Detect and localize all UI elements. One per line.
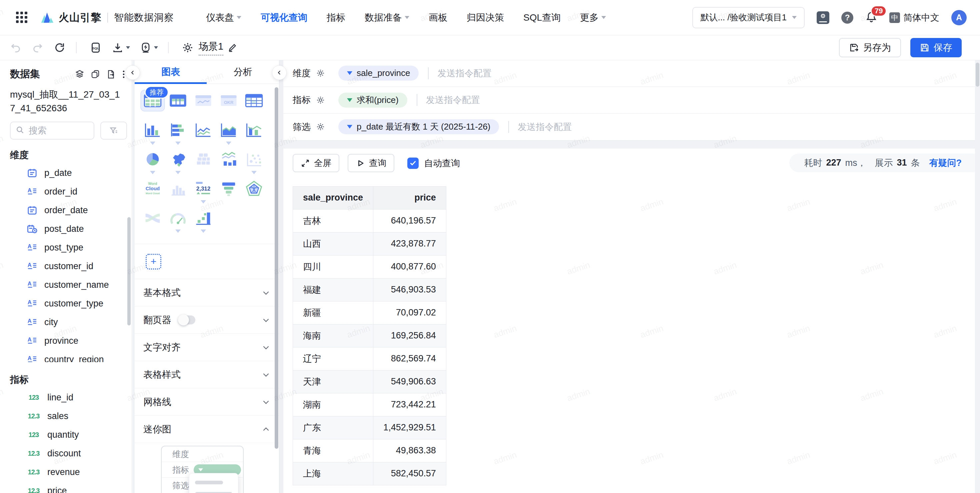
chart-type-bar[interactable] — [140, 120, 165, 150]
dataset-more-kebab-icon[interactable] — [122, 69, 126, 79]
dataset-copy-icon[interactable] — [90, 69, 100, 79]
dataset-switch-icon[interactable] — [106, 69, 116, 79]
field-search[interactable] — [10, 122, 94, 139]
nav-item-6[interactable]: 归因决策 — [467, 11, 504, 24]
chart-type-table[interactable]: 推荐 — [140, 91, 165, 120]
section-3[interactable]: 文字对齐 — [135, 334, 279, 361]
send-command-config[interactable]: 发送指令配置 — [438, 67, 492, 79]
add-chart-type-button[interactable]: + — [146, 254, 161, 269]
dimension-item-customer_type[interactable]: Acustomer_type — [0, 294, 132, 313]
avatar[interactable]: A — [951, 10, 967, 25]
quick-command-menu[interactable] — [130, 41, 158, 54]
chevron-down-icon[interactable] — [262, 398, 270, 406]
auto-query-checkbox[interactable] — [407, 158, 418, 169]
notifications-button[interactable]: 79 — [865, 11, 877, 25]
section-1[interactable]: 基本格式 — [135, 279, 279, 306]
chart-type-pivot-table[interactable] — [241, 91, 267, 120]
project-selector[interactable]: 默认... /验收测试项目1 — [692, 7, 805, 28]
save-as-button[interactable]: 另存为 — [839, 38, 901, 57]
send-command-config[interactable]: 发送指令配置 — [518, 121, 572, 133]
dimension-item-province[interactable]: Aprovince — [0, 331, 132, 350]
dimension-item-customer_name[interactable]: Acustomer_name — [0, 276, 132, 294]
dimension-item-post_type[interactable]: Apost_type — [0, 238, 132, 257]
field-filter-button[interactable] — [100, 122, 127, 139]
language-switcher[interactable]: 中 简体中文 — [889, 12, 939, 24]
gear-icon[interactable] — [316, 122, 325, 131]
gear-icon[interactable] — [316, 96, 325, 105]
section-5[interactable]: 网格线 — [135, 388, 279, 416]
undo-icon[interactable] — [10, 41, 22, 54]
fullscreen-button[interactable]: 全屏 — [293, 154, 339, 172]
apps-grid-icon[interactable] — [16, 12, 28, 24]
dimension-chip[interactable]: sale_province — [338, 66, 418, 81]
metric-item-sales[interactable]: 12.3sales — [0, 407, 132, 425]
chart-type-area[interactable] — [216, 120, 241, 150]
metric-item-quantity[interactable]: 123quantity — [0, 425, 132, 444]
chart-type-gauge[interactable] — [165, 209, 191, 238]
column-header-sale_province[interactable]: sale_province — [293, 186, 373, 209]
nav-item-2[interactable]: 可视化查询 — [261, 11, 307, 24]
redo-icon[interactable] — [31, 41, 44, 54]
dimension-item-p_date[interactable]: p_date — [0, 163, 132, 182]
chevron-up-icon[interactable] — [262, 425, 270, 434]
chart-type-bar-horizontal[interactable] — [165, 120, 191, 150]
rename-pencil-icon[interactable] — [226, 41, 239, 54]
chart-type-map-china[interactable] — [165, 150, 191, 179]
dimension-item-post_date[interactable]: post_date — [0, 220, 132, 238]
chevron-down-icon[interactable] — [262, 343, 270, 352]
metric-chip[interactable]: 求和(price) — [338, 93, 407, 108]
chart-type-histogram[interactable] — [165, 179, 191, 209]
chart-type-step[interactable] — [191, 209, 216, 238]
nav-item-8[interactable]: 更多 — [580, 11, 606, 24]
main-scrollbar[interactable] — [975, 60, 980, 493]
gear-icon[interactable] — [316, 69, 325, 78]
sidebar-scrollbar[interactable] — [127, 217, 130, 325]
chart-type-trend-card[interactable] — [191, 91, 216, 120]
tab-analysis[interactable]: 分析 — [207, 66, 279, 78]
chart-type-stacked[interactable] — [191, 150, 216, 179]
search-input[interactable] — [28, 125, 89, 136]
chart-type-big-number[interactable]: 2,312 — [191, 179, 216, 209]
chevron-down-icon[interactable] — [262, 371, 270, 379]
nav-item-5[interactable]: 画板 — [429, 11, 447, 24]
send-command-config[interactable]: 发送指令配置 — [426, 94, 480, 106]
brand[interactable]: 火山引擎 智能数据洞察 — [39, 10, 174, 26]
question-link[interactable]: 有疑问? — [929, 157, 962, 169]
chart-type-radar[interactable] — [241, 179, 267, 209]
scene-settings-gear-icon[interactable] — [181, 41, 194, 54]
chart-type-scatter[interactable] — [241, 150, 267, 179]
nav-item-4[interactable]: 数据准备 — [365, 11, 409, 24]
metric-item-line_id[interactable]: 123line_id — [0, 388, 132, 407]
dimension-item-customer_id[interactable]: Acustomer_id — [0, 257, 132, 276]
scene-name[interactable]: 场景1 — [199, 40, 223, 55]
chart-type-line-bar[interactable] — [216, 150, 241, 179]
tab-chart[interactable]: 图表 — [135, 66, 207, 78]
dimension-item-order_id[interactable]: Aorder_id — [0, 182, 132, 201]
help-icon[interactable]: ? — [842, 12, 853, 24]
dimension-item-country_region[interactable]: Acountry_region — [0, 350, 132, 362]
chart-type-okr-card[interactable]: OKR — [216, 91, 241, 120]
save-button[interactable]: 保存 — [910, 38, 962, 57]
download-menu[interactable] — [102, 41, 130, 54]
metric-item-discount[interactable]: 12.3discount — [0, 444, 132, 463]
refresh-icon[interactable] — [53, 41, 66, 54]
sql-view-icon[interactable]: SQL — [89, 41, 102, 54]
collapse-dataset-panel-button[interactable] — [125, 65, 140, 80]
chart-type-funnel[interactable] — [216, 179, 241, 209]
chart-type-line[interactable] — [191, 120, 216, 150]
chart-type-table-dark[interactable] — [165, 91, 191, 120]
nav-item-3[interactable]: 指标 — [327, 11, 345, 24]
metric-item-price[interactable]: 12.3price — [0, 481, 132, 493]
run-query-button[interactable]: 查询 — [348, 154, 395, 172]
dataset-layers-icon[interactable] — [75, 69, 85, 79]
pagination-toggle[interactable] — [179, 315, 195, 325]
console-icon[interactable] — [817, 11, 829, 24]
nav-item-7[interactable]: SQL查询 — [523, 11, 561, 24]
nav-item-1[interactable]: 仪表盘 — [206, 11, 241, 24]
section-4[interactable]: 表格样式 — [135, 361, 279, 388]
chevron-down-icon[interactable] — [262, 316, 270, 325]
filter-chip[interactable]: p_date 最近有数 1 天 (2025-11-26) — [338, 119, 499, 134]
chart-panel-scrollbar[interactable] — [275, 87, 278, 449]
chart-type-sankey[interactable] — [140, 209, 165, 238]
section-2[interactable]: 翻页器 — [135, 306, 279, 334]
